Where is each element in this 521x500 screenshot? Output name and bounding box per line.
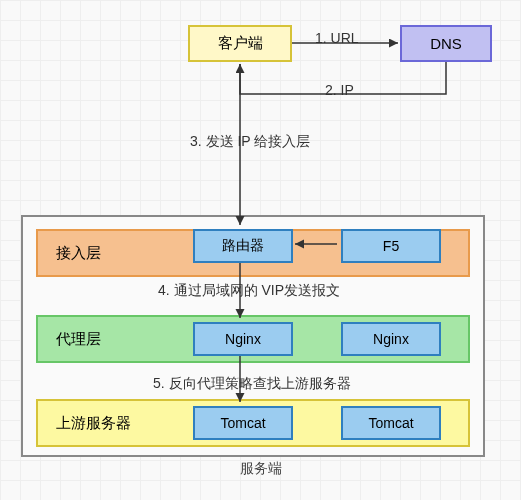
server-panel-label: 服务端 — [0, 460, 521, 478]
tomcat-node-2: Tomcat — [341, 406, 441, 440]
tomcat-node-1: Tomcat — [193, 406, 293, 440]
proxy-layer-label: 代理层 — [56, 330, 101, 349]
access-layer-label: 接入层 — [56, 244, 101, 263]
label-url: 1. URL — [315, 30, 359, 46]
label-step3: 3. 发送 IP 给接入层 — [190, 133, 310, 151]
label-ip: 2. IP — [325, 82, 354, 98]
client-box: 客户端 — [188, 25, 292, 62]
f5-node: F5 — [341, 229, 441, 263]
label-step4: 4. 通过局域网的 VIP发送报文 — [158, 282, 340, 300]
label-step5: 5. 反向代理策略查找上游服务器 — [153, 375, 351, 393]
nginx-node-1: Nginx — [193, 322, 293, 356]
upstream-layer-label: 上游服务器 — [56, 414, 131, 433]
dns-box: DNS — [400, 25, 492, 62]
router-node: 路由器 — [193, 229, 293, 263]
server-panel: 接入层 代理层 上游服务器 路由器 F5 Nginx Nginx Tomcat … — [21, 215, 485, 457]
nginx-node-2: Nginx — [341, 322, 441, 356]
